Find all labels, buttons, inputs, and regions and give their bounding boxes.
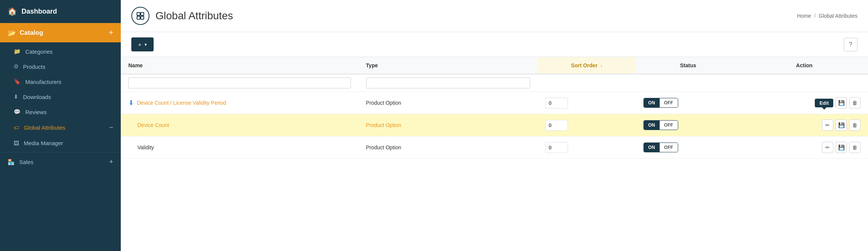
- sidebar-dashboard-label: Dashboard: [22, 8, 57, 15]
- house-icon: 🏠: [8, 7, 17, 16]
- row1-edit-tooltip[interactable]: Edit: [815, 99, 833, 107]
- filter-name-cell: [121, 74, 359, 92]
- svg-rect-0: [137, 12, 140, 15]
- row2-status-cell: ON OFF: [636, 114, 741, 136]
- sidebar-item-media-manager[interactable]: 🖼 Media Manager: [0, 136, 121, 150]
- sales-plus: +: [109, 158, 113, 166]
- row3-actions: ✏ 💾 🗑: [748, 142, 860, 153]
- row3-action-cell: ✏ 💾 🗑: [740, 136, 868, 159]
- download-arrow-icon: ⬇: [128, 99, 134, 107]
- filter-status-cell: [636, 74, 741, 92]
- svg-rect-3: [141, 16, 144, 19]
- sidebar-item-sales[interactable]: 🏪 Sales +: [0, 154, 121, 170]
- row3-delete-icon[interactable]: 🗑: [849, 142, 860, 153]
- sidebar-item-products-label: Products: [23, 64, 45, 70]
- table-row: ⬇ Device Count / License Validity Period…: [121, 92, 868, 114]
- sidebar-item-manufacturers-label: Manufacturers: [25, 79, 62, 85]
- sidebar-catalog-label: Catalog: [20, 29, 43, 37]
- breadcrumb-separator: /: [814, 13, 816, 19]
- page-title: Global Attributes: [155, 10, 233, 22]
- table-container: Name Type Sort Order ↑ Status Action: [121, 57, 868, 251]
- reviews-icon: 💬: [14, 108, 21, 115]
- row1-name: Device Count / License Validity Period: [137, 100, 226, 106]
- row3-status-cell: ON OFF: [636, 136, 741, 159]
- filter-name-input[interactable]: [128, 77, 351, 88]
- sidebar-item-manufacturers[interactable]: 🔖 Manufacturers: [0, 74, 121, 89]
- row3-name: Validity: [128, 144, 154, 150]
- row1-save-icon[interactable]: 💾: [836, 97, 847, 108]
- categories-icon: 📁: [14, 48, 21, 55]
- manufacturers-icon: 🔖: [14, 78, 21, 85]
- row3-toggle-on[interactable]: ON: [644, 143, 660, 152]
- sidebar-item-global-attributes[interactable]: 🏷 Global Attributes −: [0, 119, 121, 136]
- media-manager-icon: 🖼: [14, 140, 19, 146]
- row2-sort-input[interactable]: [545, 120, 568, 131]
- sidebar-dashboard[interactable]: 🏠 Dashboard: [0, 0, 121, 23]
- table-row: Validity Product Option ON OFF: [121, 136, 868, 159]
- table-row: Device Count Product Option ON OFF: [121, 114, 868, 136]
- breadcrumb-home[interactable]: Home: [797, 13, 811, 19]
- row1-toggle-off[interactable]: OFF: [660, 98, 678, 107]
- sort-order-icon: ↑: [600, 64, 603, 68]
- row1-actions: Edit 💾 🗑: [748, 97, 860, 108]
- breadcrumb: Home / Global Attributes: [797, 13, 857, 19]
- page-header-left: Global Attributes: [131, 7, 233, 25]
- help-button[interactable]: ?: [844, 38, 857, 51]
- add-chevron: ▾: [145, 42, 147, 47]
- row2-toggle: ON OFF: [643, 120, 678, 130]
- filter-sort-cell: [538, 74, 636, 92]
- row3-name-cell: Validity: [121, 136, 359, 159]
- attributes-table: Name Type Sort Order ↑ Status Action: [121, 57, 868, 159]
- col-name: Name: [121, 57, 359, 74]
- row1-name-cell: ⬇ Device Count / License Validity Period: [121, 92, 359, 114]
- col-sort-order[interactable]: Sort Order ↑: [538, 57, 636, 74]
- row2-actions: ✏ 💾 🗑: [748, 119, 860, 131]
- row3-type: Product Option: [359, 136, 538, 159]
- row1-status-cell: ON OFF: [636, 92, 741, 114]
- filter-type-cell: [359, 74, 538, 92]
- sidebar-item-reviews[interactable]: 💬 Reviews: [0, 104, 121, 119]
- breadcrumb-current: Global Attributes: [819, 13, 857, 19]
- sidebar-item-reviews-label: Reviews: [25, 109, 47, 115]
- col-type: Type: [359, 57, 538, 74]
- filter-type-input[interactable]: [366, 77, 530, 88]
- sidebar-item-downloads-label: Downloads: [23, 94, 51, 100]
- row2-type: Product Option: [359, 114, 538, 136]
- sidebar-catalog-button[interactable]: 📂 Catalog +: [0, 23, 121, 42]
- folder-icon: 📂: [8, 29, 16, 37]
- filter-row: [121, 74, 868, 92]
- table-header-row: Name Type Sort Order ↑ Status Action: [121, 57, 868, 74]
- global-attributes-minus: −: [109, 124, 113, 132]
- row1-toggle-on[interactable]: ON: [644, 98, 660, 107]
- row3-sort-input[interactable]: [545, 142, 568, 153]
- sidebar-item-categories[interactable]: 📁 Categories: [0, 44, 121, 59]
- row2-toggle-on[interactable]: ON: [644, 121, 660, 130]
- products-icon: ⚙: [14, 63, 18, 70]
- row3-edit-icon[interactable]: ✏: [822, 142, 833, 153]
- col-status: Status: [636, 57, 741, 74]
- global-attributes-icon: 🏷: [14, 124, 19, 131]
- catalog-plus-icon[interactable]: +: [109, 28, 113, 37]
- row2-delete-icon[interactable]: 🗑: [849, 119, 860, 131]
- row2-sort-cell: [538, 114, 636, 136]
- add-button[interactable]: + ▾: [131, 37, 154, 51]
- row1-delete-icon[interactable]: 🗑: [849, 97, 860, 108]
- row3-toggle: ON OFF: [643, 143, 678, 152]
- svg-rect-2: [137, 16, 140, 19]
- row1-sort-cell: [538, 92, 636, 114]
- row3-toggle-off[interactable]: OFF: [660, 143, 678, 152]
- row1-action-cell: Edit 💾 🗑: [740, 92, 868, 114]
- sidebar: 🏠 Dashboard 📂 Catalog + 📁 Categories ⚙ P…: [0, 0, 121, 251]
- sidebar-item-downloads[interactable]: ⬇ Downloads: [0, 89, 121, 104]
- toolbar: + ▾ ?: [121, 32, 868, 57]
- page-header: Global Attributes Home / Global Attribut…: [121, 0, 868, 32]
- row2-edit-icon[interactable]: ✏: [822, 119, 833, 131]
- sidebar-item-products[interactable]: ⚙ Products: [0, 59, 121, 74]
- row2-save-icon[interactable]: 💾: [836, 119, 847, 131]
- row2-toggle-off[interactable]: OFF: [660, 121, 678, 130]
- row1-type: Product Option: [359, 92, 538, 114]
- row3-save-icon[interactable]: 💾: [836, 142, 847, 153]
- sidebar-nav: 📁 Categories ⚙ Products 🔖 Manufacturers …: [0, 42, 121, 172]
- row1-sort-input[interactable]: [545, 98, 568, 108]
- col-action: Action: [740, 57, 868, 74]
